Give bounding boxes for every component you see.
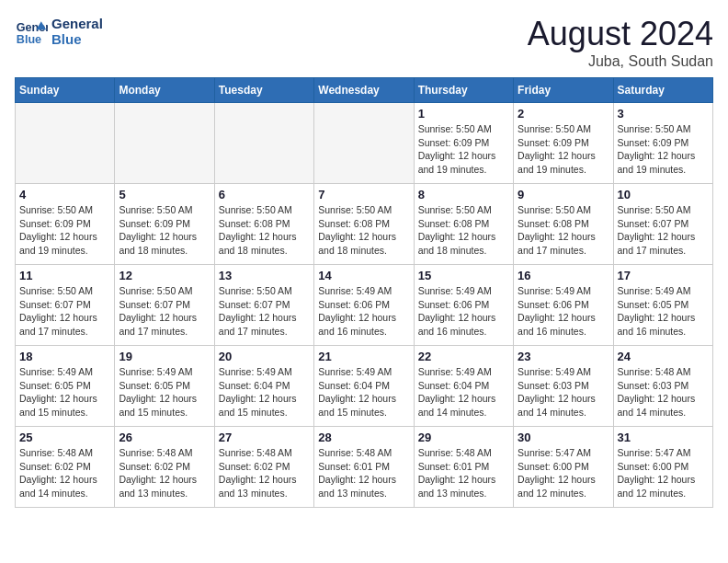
day-number: 10 (618, 188, 709, 201)
calendar-cell: 31Sunrise: 5:47 AM Sunset: 6:00 PM Dayli… (613, 427, 712, 508)
calendar-cell: 12Sunrise: 5:50 AM Sunset: 6:07 PM Dayli… (115, 265, 214, 346)
week-row-1: 1Sunrise: 5:50 AM Sunset: 6:09 PM Daylig… (16, 103, 713, 184)
day-number: 4 (19, 188, 110, 201)
logo-icon: General Blue (15, 15, 48, 48)
day-number: 3 (618, 107, 709, 121)
day-info: Sunrise: 5:50 AM Sunset: 6:09 PM Dayligh… (119, 203, 210, 258)
day-number: 31 (618, 431, 709, 444)
calendar-cell: 25Sunrise: 5:48 AM Sunset: 6:02 PM Dayli… (16, 427, 115, 508)
day-info: Sunrise: 5:48 AM Sunset: 6:02 PM Dayligh… (219, 446, 310, 500)
day-info: Sunrise: 5:50 AM Sunset: 6:09 PM Dayligh… (418, 122, 509, 177)
calendar-cell: 16Sunrise: 5:49 AM Sunset: 6:06 PM Dayli… (514, 265, 613, 346)
week-row-5: 25Sunrise: 5:48 AM Sunset: 6:02 PM Dayli… (16, 427, 713, 508)
month-title: August 2024 (528, 15, 713, 53)
day-number: 11 (19, 269, 110, 282)
week-row-4: 18Sunrise: 5:49 AM Sunset: 6:05 PM Dayli… (16, 346, 713, 427)
weekday-header-tuesday: Tuesday (214, 78, 313, 103)
calendar-cell: 1Sunrise: 5:50 AM Sunset: 6:09 PM Daylig… (414, 103, 513, 184)
calendar: SundayMondayTuesdayWednesdayThursdayFrid… (15, 77, 713, 508)
calendar-cell: 13Sunrise: 5:50 AM Sunset: 6:07 PM Dayli… (214, 265, 313, 346)
calendar-cell (16, 103, 115, 184)
day-number: 2 (518, 107, 609, 121)
week-row-2: 4Sunrise: 5:50 AM Sunset: 6:09 PM Daylig… (16, 184, 713, 265)
day-info: Sunrise: 5:48 AM Sunset: 6:03 PM Dayligh… (618, 365, 709, 419)
day-number: 7 (318, 188, 409, 201)
day-info: Sunrise: 5:48 AM Sunset: 6:02 PM Dayligh… (119, 446, 210, 500)
day-number: 25 (19, 431, 110, 444)
calendar-cell (314, 103, 414, 184)
calendar-cell: 22Sunrise: 5:49 AM Sunset: 6:04 PM Dayli… (414, 346, 513, 427)
day-info: Sunrise: 5:48 AM Sunset: 6:01 PM Dayligh… (318, 446, 409, 500)
day-number: 21 (318, 350, 409, 363)
day-number: 28 (318, 431, 409, 444)
day-number: 24 (618, 350, 709, 363)
day-number: 26 (119, 431, 210, 444)
calendar-cell: 2Sunrise: 5:50 AM Sunset: 6:09 PM Daylig… (514, 103, 613, 184)
day-info: Sunrise: 5:49 AM Sunset: 6:05 PM Dayligh… (19, 365, 110, 419)
day-info: Sunrise: 5:49 AM Sunset: 6:03 PM Dayligh… (518, 365, 609, 419)
day-info: Sunrise: 5:50 AM Sunset: 6:07 PM Dayligh… (19, 284, 110, 339)
day-info: Sunrise: 5:50 AM Sunset: 6:08 PM Dayligh… (418, 203, 509, 258)
calendar-cell (214, 103, 313, 184)
day-number: 30 (518, 431, 609, 444)
calendar-cell: 4Sunrise: 5:50 AM Sunset: 6:09 PM Daylig… (16, 184, 115, 265)
calendar-cell (115, 103, 214, 184)
day-number: 19 (119, 350, 210, 363)
logo-line1: General (51, 16, 103, 31)
calendar-cell: 18Sunrise: 5:49 AM Sunset: 6:05 PM Dayli… (16, 346, 115, 427)
day-info: Sunrise: 5:49 AM Sunset: 6:05 PM Dayligh… (618, 284, 709, 339)
day-info: Sunrise: 5:50 AM Sunset: 6:09 PM Dayligh… (518, 122, 609, 177)
day-info: Sunrise: 5:50 AM Sunset: 6:08 PM Dayligh… (318, 203, 409, 258)
calendar-cell: 29Sunrise: 5:48 AM Sunset: 6:01 PM Dayli… (414, 427, 513, 508)
day-number: 5 (119, 188, 210, 201)
day-number: 16 (518, 269, 609, 282)
calendar-cell: 9Sunrise: 5:50 AM Sunset: 6:08 PM Daylig… (514, 184, 613, 265)
day-number: 6 (219, 188, 310, 201)
day-info: Sunrise: 5:49 AM Sunset: 6:06 PM Dayligh… (518, 284, 609, 339)
calendar-cell: 5Sunrise: 5:50 AM Sunset: 6:09 PM Daylig… (115, 184, 214, 265)
weekday-header-sunday: Sunday (16, 78, 115, 103)
day-number: 27 (219, 431, 310, 444)
day-info: Sunrise: 5:48 AM Sunset: 6:02 PM Dayligh… (19, 446, 110, 500)
day-number: 15 (418, 269, 509, 282)
location: Juba, South Sudan (528, 53, 713, 70)
day-info: Sunrise: 5:47 AM Sunset: 6:00 PM Dayligh… (618, 446, 709, 500)
weekday-header-wednesday: Wednesday (314, 78, 414, 103)
day-number: 8 (418, 188, 509, 201)
day-number: 18 (19, 350, 110, 363)
day-number: 29 (418, 431, 509, 444)
calendar-cell: 28Sunrise: 5:48 AM Sunset: 6:01 PM Dayli… (314, 427, 414, 508)
day-info: Sunrise: 5:49 AM Sunset: 6:06 PM Dayligh… (418, 284, 509, 339)
calendar-cell: 3Sunrise: 5:50 AM Sunset: 6:09 PM Daylig… (613, 103, 712, 184)
calendar-cell: 26Sunrise: 5:48 AM Sunset: 6:02 PM Dayli… (115, 427, 214, 508)
day-info: Sunrise: 5:49 AM Sunset: 6:04 PM Dayligh… (418, 365, 509, 419)
day-info: Sunrise: 5:47 AM Sunset: 6:00 PM Dayligh… (518, 446, 609, 500)
calendar-cell: 11Sunrise: 5:50 AM Sunset: 6:07 PM Dayli… (16, 265, 115, 346)
day-number: 23 (518, 350, 609, 363)
weekday-header-saturday: Saturday (613, 78, 712, 103)
calendar-cell: 30Sunrise: 5:47 AM Sunset: 6:00 PM Dayli… (514, 427, 613, 508)
weekday-header-row: SundayMondayTuesdayWednesdayThursdayFrid… (16, 78, 713, 103)
calendar-cell: 27Sunrise: 5:48 AM Sunset: 6:02 PM Dayli… (214, 427, 313, 508)
day-info: Sunrise: 5:49 AM Sunset: 6:06 PM Dayligh… (318, 284, 409, 339)
weekday-header-monday: Monday (115, 78, 214, 103)
day-number: 14 (318, 269, 409, 282)
calendar-cell: 24Sunrise: 5:48 AM Sunset: 6:03 PM Dayli… (613, 346, 712, 427)
calendar-cell: 17Sunrise: 5:49 AM Sunset: 6:05 PM Dayli… (613, 265, 712, 346)
calendar-cell: 20Sunrise: 5:49 AM Sunset: 6:04 PM Dayli… (214, 346, 313, 427)
day-info: Sunrise: 5:50 AM Sunset: 6:09 PM Dayligh… (19, 203, 110, 258)
day-info: Sunrise: 5:50 AM Sunset: 6:07 PM Dayligh… (119, 284, 210, 339)
calendar-cell: 23Sunrise: 5:49 AM Sunset: 6:03 PM Dayli… (514, 346, 613, 427)
day-number: 17 (618, 269, 709, 282)
svg-text:Blue: Blue (17, 33, 41, 46)
title-block: August 2024 Juba, South Sudan (528, 15, 713, 70)
day-number: 20 (219, 350, 310, 363)
calendar-cell: 15Sunrise: 5:49 AM Sunset: 6:06 PM Dayli… (414, 265, 513, 346)
day-number: 1 (418, 107, 509, 121)
day-info: Sunrise: 5:50 AM Sunset: 6:09 PM Dayligh… (618, 122, 709, 177)
day-number: 22 (418, 350, 509, 363)
calendar-cell: 8Sunrise: 5:50 AM Sunset: 6:08 PM Daylig… (414, 184, 513, 265)
weekday-header-thursday: Thursday (414, 78, 513, 103)
day-number: 13 (219, 269, 310, 282)
day-info: Sunrise: 5:50 AM Sunset: 6:07 PM Dayligh… (219, 284, 310, 339)
